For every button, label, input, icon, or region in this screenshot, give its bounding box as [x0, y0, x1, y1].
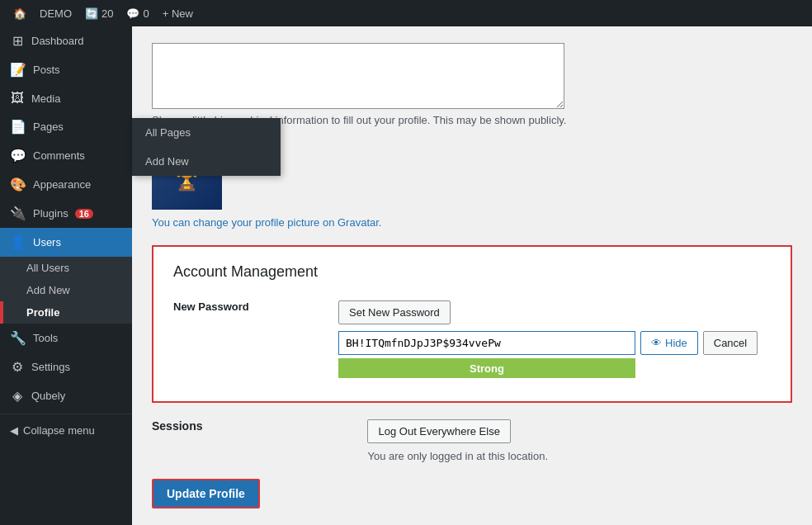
- sidebar-label-users: Users: [33, 236, 61, 248]
- posts-icon: 📝: [10, 62, 26, 78]
- sessions-controls-col: Log Out Everywhere Else You are only log…: [367, 419, 548, 462]
- collapse-icon: ◀: [10, 424, 18, 437]
- sidebar-label-pages: Pages: [33, 121, 64, 133]
- sidebar-item-appearance[interactable]: 🎨 Appearance: [0, 170, 132, 199]
- account-management-title: Account Management: [173, 263, 771, 281]
- account-management-table: New Password Set New Password 👁 Hide Can…: [173, 294, 771, 385]
- sidebar-label-settings: Settings: [31, 361, 70, 373]
- sidebar-item-users[interactable]: 👤 Users: [0, 228, 132, 257]
- wp-logo-icon: 🏠: [13, 7, 26, 20]
- sidebar-label-comments: Comments: [33, 149, 85, 162]
- sidebar-divider: [0, 414, 132, 414]
- strength-label: Strong: [470, 362, 504, 375]
- sidebar-item-comments[interactable]: 💬 Comments: [0, 141, 132, 170]
- sidebar-item-tools[interactable]: 🔧 Tools: [0, 324, 132, 352]
- updates-count: 20: [102, 7, 113, 20]
- tools-icon: 🔧: [10, 330, 26, 346]
- password-input-row: 👁 Hide Cancel: [338, 331, 771, 355]
- password-strength-bar: Strong: [338, 358, 635, 378]
- comments-menu-icon: 💬: [10, 148, 26, 163]
- sessions-note: You are only logged in at this location.: [367, 450, 548, 462]
- sidebar-item-plugins[interactable]: 🔌 Plugins 16: [0, 199, 132, 228]
- sidebar-item-pages[interactable]: 📄 Pages: [0, 112, 132, 141]
- sidebar-label-dashboard: Dashboard: [31, 35, 84, 47]
- sessions-section: Sessions Log Out Everywhere Else You are…: [152, 419, 792, 462]
- wp-logo-item[interactable]: 🏠: [7, 0, 33, 26]
- new-content-item[interactable]: + New: [156, 0, 200, 26]
- sidebar: ⊞ Dashboard 📝 Posts 🖼 Media 📄 Pages All …: [0, 26, 132, 525]
- sessions-label-col: Sessions: [152, 419, 202, 439]
- site-name-item[interactable]: DEMO: [33, 0, 78, 26]
- main-layout: ⊞ Dashboard 📝 Posts 🖼 Media 📄 Pages All …: [0, 26, 812, 525]
- qubely-icon: ◈: [10, 388, 25, 404]
- password-input[interactable]: [338, 331, 635, 355]
- sidebar-item-settings[interactable]: ⚙ Settings: [0, 352, 132, 381]
- sidebar-item-media[interactable]: 🖼 Media: [0, 84, 132, 112]
- update-profile-button[interactable]: Update Profile: [152, 479, 260, 508]
- dashboard-icon: ⊞: [10, 33, 25, 49]
- comments-item[interactable]: 💬 0: [120, 0, 155, 26]
- site-name: DEMO: [40, 7, 72, 20]
- sidebar-label-posts: Posts: [33, 64, 60, 76]
- submenu-add-new[interactable]: Add New: [0, 279, 132, 301]
- gravatar-link[interactable]: You can change your profile picture on G…: [152, 216, 381, 229]
- sessions-row: Sessions Log Out Everywhere Else You are…: [152, 419, 792, 462]
- updates-item[interactable]: 🔄 20: [78, 0, 120, 26]
- hide-password-button[interactable]: 👁 Hide: [640, 331, 698, 355]
- log-out-everywhere-button[interactable]: Log Out Everywhere Else: [367, 419, 510, 443]
- plugins-icon: 🔌: [10, 206, 26, 221]
- comments-icon: 💬: [126, 7, 139, 20]
- sidebar-label-appearance: Appearance: [33, 178, 91, 191]
- new-password-controls: Set New Password 👁 Hide Cancel Strong: [338, 294, 771, 385]
- hide-eye-icon: 👁: [651, 337, 662, 349]
- sidebar-item-qubely[interactable]: ◈ Qubely: [0, 381, 132, 410]
- appearance-icon: 🎨: [10, 177, 26, 192]
- users-submenu: All Users Add New Profile: [0, 257, 132, 324]
- sidebar-collapse-item[interactable]: ◀ Collapse menu: [0, 418, 132, 443]
- updates-icon: 🔄: [85, 7, 98, 20]
- account-management-section: Account Management New Password Set New …: [152, 245, 792, 403]
- new-password-row: New Password Set New Password 👁 Hide Can…: [173, 294, 771, 385]
- collapse-label: Collapse menu: [23, 424, 95, 437]
- admin-bar: 🏠 DEMO 🔄 20 💬 0 + New: [0, 0, 812, 26]
- pages-icon: 📄: [10, 119, 26, 135]
- comments-count: 0: [143, 7, 149, 20]
- submenu-profile[interactable]: Profile: [0, 301, 132, 324]
- media-icon: 🖼: [10, 91, 25, 106]
- new-password-label: New Password: [173, 294, 338, 385]
- plugins-badge: 16: [75, 209, 93, 219]
- sidebar-label-qubely: Qubely: [31, 390, 65, 402]
- cancel-password-button[interactable]: Cancel: [703, 331, 758, 355]
- sidebar-label-tools: Tools: [33, 332, 58, 344]
- sidebar-label-media: Media: [31, 92, 60, 105]
- users-icon: 👤: [10, 234, 26, 250]
- submenu-all-users[interactable]: All Users: [0, 257, 132, 279]
- settings-icon: ⚙: [10, 359, 25, 375]
- sidebar-item-dashboard[interactable]: ⊞ Dashboard: [0, 26, 132, 55]
- bio-textarea[interactable]: [152, 43, 564, 109]
- new-content-label: + New: [163, 7, 193, 20]
- set-new-password-button[interactable]: Set New Password: [338, 300, 451, 324]
- sidebar-item-posts[interactable]: 📝 Posts: [0, 55, 132, 84]
- hide-label: Hide: [665, 337, 687, 349]
- content-area: Share a little biographical information …: [132, 26, 812, 525]
- sessions-title: Sessions: [152, 419, 202, 433]
- sidebar-label-plugins: Plugins: [33, 207, 68, 220]
